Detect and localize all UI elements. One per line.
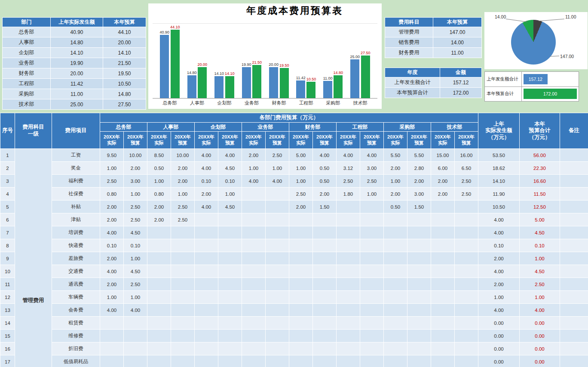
value-cell[interactable]: 4.50 <box>218 200 242 213</box>
value-cell[interactable] <box>171 330 195 342</box>
expense-item-cell[interactable]: 租赁费 <box>52 317 100 330</box>
value-cell[interactable]: 10.00 <box>171 149 195 162</box>
seq-cell[interactable]: 15 <box>0 330 15 342</box>
value-cell[interactable]: 2.00 <box>384 162 407 175</box>
value-cell[interactable]: 1.00 <box>289 162 313 175</box>
value-cell[interactable] <box>289 317 313 330</box>
value-cell[interactable] <box>313 252 337 265</box>
last-year-total-cell[interactable]: 4.00 <box>478 265 520 278</box>
value-cell[interactable] <box>266 304 289 317</box>
budget-total-cell[interactable]: 0.00 <box>520 330 560 342</box>
value-cell[interactable]: 4.50 <box>124 265 147 278</box>
value-cell[interactable] <box>195 317 218 330</box>
value-cell[interactable] <box>407 226 431 239</box>
value-cell[interactable]: 2.00 <box>100 278 124 291</box>
value-cell[interactable] <box>360 278 384 291</box>
value-cell[interactable] <box>289 278 313 291</box>
totals-summary-header-cell[interactable]: 金额 <box>440 68 482 77</box>
value-cell[interactable] <box>337 317 360 330</box>
value-cell[interactable] <box>455 278 478 291</box>
value-cell[interactable] <box>218 239 242 252</box>
expense-summary-cell[interactable]: 14.00 <box>433 37 482 48</box>
value-cell[interactable] <box>147 355 171 367</box>
value-cell[interactable] <box>218 226 242 239</box>
remark-cell[interactable] <box>560 252 588 265</box>
budget-total-cell[interactable]: 5.00 <box>520 213 560 226</box>
value-cell[interactable] <box>407 317 431 330</box>
value-cell[interactable] <box>313 304 337 317</box>
last-year-total-cell[interactable]: 0.10 <box>478 239 520 252</box>
value-cell[interactable]: 2.80 <box>407 162 431 175</box>
value-cell[interactable] <box>218 330 242 342</box>
value-cell[interactable] <box>218 252 242 265</box>
subheader-budget-cell[interactable]: 20XX年 预算 <box>455 132 478 149</box>
value-cell[interactable]: 3.00 <box>124 175 147 188</box>
expense-item-cell[interactable]: 工资 <box>52 149 100 162</box>
value-cell[interactable] <box>360 226 384 239</box>
seq-cell[interactable]: 11 <box>0 278 15 291</box>
value-cell[interactable] <box>242 252 266 265</box>
value-cell[interactable] <box>242 291 266 304</box>
value-cell[interactable] <box>147 265 171 278</box>
remark-cell[interactable] <box>560 330 588 342</box>
remark-cell[interactable] <box>560 213 588 226</box>
value-cell[interactable]: 2.50 <box>100 175 124 188</box>
budget-total-cell[interactable]: 1.00 <box>520 291 560 304</box>
dept-header-cell[interactable]: 业务部 <box>242 123 289 132</box>
remark-cell[interactable] <box>560 317 588 330</box>
value-cell[interactable] <box>171 342 195 355</box>
value-cell[interactable] <box>360 213 384 226</box>
value-cell[interactable] <box>337 239 360 252</box>
value-cell[interactable] <box>242 265 266 278</box>
value-cell[interactable]: 2.00 <box>124 162 147 175</box>
value-cell[interactable] <box>266 252 289 265</box>
value-cell[interactable] <box>407 252 431 265</box>
value-cell[interactable] <box>337 291 360 304</box>
value-cell[interactable] <box>384 265 407 278</box>
seq-cell[interactable]: 13 <box>0 304 15 317</box>
value-cell[interactable] <box>266 200 289 213</box>
dept-summary-cell[interactable]: 40.90 <box>51 27 103 37</box>
value-cell[interactable] <box>360 239 384 252</box>
value-cell[interactable] <box>337 252 360 265</box>
dept-summary-cell[interactable]: 企划部 <box>3 48 51 58</box>
value-cell[interactable]: 1.80 <box>337 188 360 200</box>
value-cell[interactable] <box>360 304 384 317</box>
value-cell[interactable] <box>171 239 195 252</box>
value-cell[interactable] <box>384 330 407 342</box>
value-cell[interactable] <box>431 226 455 239</box>
expense-item-cell[interactable]: 津贴 <box>52 213 100 226</box>
last-year-total-cell[interactable]: 0.00 <box>478 317 520 330</box>
value-cell[interactable] <box>266 317 289 330</box>
value-cell[interactable]: 0.50 <box>147 162 171 175</box>
value-cell[interactable] <box>431 239 455 252</box>
seq-cell[interactable]: 14 <box>0 317 15 330</box>
value-cell[interactable]: 2.50 <box>171 213 195 226</box>
value-cell[interactable]: 0.80 <box>100 188 124 200</box>
dept-summary-cell[interactable]: 44.10 <box>103 27 146 37</box>
col-header-lastyear-total[interactable]: 上年 实际发生额 （万元） <box>478 113 520 149</box>
expense-item-cell[interactable]: 会务费 <box>52 304 100 317</box>
value-cell[interactable] <box>360 252 384 265</box>
value-cell[interactable] <box>384 252 407 265</box>
value-cell[interactable]: 4.00 <box>337 149 360 162</box>
value-cell[interactable]: 1.50 <box>407 200 431 213</box>
totals-summary-cell[interactable]: 172.00 <box>440 88 482 98</box>
value-cell[interactable]: 2.50 <box>455 175 478 188</box>
expense-item-cell[interactable]: 通讯费 <box>52 278 100 291</box>
value-cell[interactable]: 4.00 <box>360 149 384 162</box>
value-cell[interactable] <box>384 213 407 226</box>
col-header-remark[interactable]: 备注 <box>560 113 588 149</box>
last-year-total-cell[interactable]: 10.50 <box>478 200 520 213</box>
value-cell[interactable] <box>242 330 266 342</box>
seq-cell[interactable]: 1 <box>0 149 15 162</box>
value-cell[interactable] <box>218 317 242 330</box>
value-cell[interactable] <box>360 355 384 367</box>
subheader-actual-cell[interactable]: 20XX年 实际 <box>337 132 360 149</box>
value-cell[interactable] <box>218 342 242 355</box>
value-cell[interactable] <box>313 239 337 252</box>
value-cell[interactable]: 1.00 <box>289 175 313 188</box>
value-cell[interactable]: 1.00 <box>124 188 147 200</box>
value-cell[interactable] <box>407 291 431 304</box>
value-cell[interactable]: 0.10 <box>100 239 124 252</box>
